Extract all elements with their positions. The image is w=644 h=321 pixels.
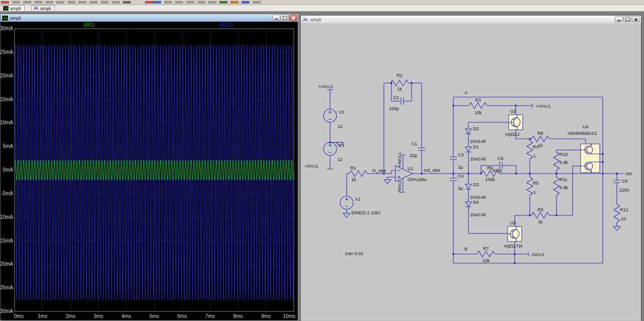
resistor-r2[interactable] [390,80,409,86]
schematic-label[interactable]: 12 [338,157,343,162]
toolbar-icon-fragment[interactable] [164,1,172,4]
schematic-label[interactable]: 1µ [458,165,463,170]
resistor-r4[interactable] [527,141,533,159]
toolbar-icon-fragment[interactable] [208,1,216,4]
schematic-label[interactable]: V3 [339,143,344,148]
schematic-label[interactable]: R2 [396,73,403,78]
schematic-label[interactable]: 1k [538,143,543,148]
schematic-label[interactable]: -AVcc1 [397,180,402,194]
schematic-label[interactable]: mjd117t4 [504,244,522,249]
schematic-label[interactable]: 6.8k [559,185,569,190]
schematic-label[interactable]: V2 [339,110,344,115]
schematic-label[interactable]: R12 [620,207,628,212]
schematic-label[interactable]: SINE(0 2 10K) [351,210,380,215]
schematic-label[interactable]: A [464,90,467,95]
schematic-label[interactable]: D4 [473,200,479,205]
schematic-label[interactable]: +AVcc1 [318,84,334,89]
toolbar-icon-fragment[interactable] [230,1,238,4]
toolbar-icon-fragment[interactable] [145,1,153,4]
schematic-label[interactable]: R11 [559,177,568,182]
maximize-button[interactable] [281,15,289,21]
close-button[interactable] [632,16,640,22]
schematic-label[interactable]: R3 [475,98,481,103]
schematic-label[interactable]: R10 [559,152,568,157]
schematic-label[interactable]: 1N4148 [470,212,486,217]
schematic-label[interactable]: D1 [473,144,479,149]
resistor-r3[interactable] [469,103,487,109]
schematic-window-titlebar[interactable]: ampli [301,16,641,23]
toolbar-icon-fragment[interactable] [67,1,75,4]
legend-label[interactable]: I(R1) [84,22,95,28]
schematic-canvas-area[interactable]: +AVcc1V212V312-AVcc1R11kin_opaV1SINE(0 2… [301,23,640,320]
schematic-label[interactable]: R9 [537,207,543,212]
schematic-label[interactable]: R1 [350,166,356,171]
toolbar-icon-fragment[interactable] [34,1,42,4]
schematic-label[interactable]: OPA166x [408,177,427,182]
schematic-label[interactable]: 220n [619,188,629,193]
toolbar-icon-fragment[interactable] [56,1,64,4]
toolbar-icon-fragment[interactable] [1,1,9,4]
schematic-label[interactable]: -AVcc1 [530,252,544,257]
schematic-label[interactable]: .tran 0.01 [344,251,363,256]
schematic-label[interactable]: V1 [355,197,361,202]
resistor-r10[interactable] [553,152,559,170]
maximize-button[interactable] [623,16,631,22]
schematic-label[interactable]: 6.8k [559,160,569,165]
schematic-label[interactable]: out [625,171,632,176]
schematic-label[interactable]: 10k [482,258,490,263]
tab-waveform-ampli[interactable]: ampli [1,5,25,11]
waveform-canvas[interactable]: 0ms1ms2ms3ms4ms5ms6ms7ms8ms9ms10ms30mA25… [1,22,297,320]
schematic-label[interactable]: 1 [533,153,536,158]
toolbar-icon-fragment[interactable] [45,1,53,4]
schematic-label[interactable]: in_opa [372,168,386,173]
resistor-r11[interactable] [553,177,559,195]
schematic-label[interactable]: 1k [351,177,356,182]
schematic-label[interactable]: U4 [583,124,589,129]
schematic-label[interactable]: +AVcc1 [397,152,402,168]
toolbar-icon-fragment[interactable] [153,1,161,4]
schematic-label[interactable]: 1 [533,190,536,195]
schematic-label[interactable]: U3 [510,220,516,225]
resistor-r1[interactable] [349,171,367,177]
resistor-r5[interactable] [527,177,533,195]
schematic-label[interactable]: 1N4148 [470,139,486,144]
schematic-label[interactable]: D3 [473,182,479,187]
toolbar-icon-fragment[interactable] [242,1,250,4]
resistor-r12[interactable] [614,204,620,222]
schematic-label[interactable]: B [464,247,467,252]
schematic-label[interactable]: C6 [622,179,628,184]
resistor-r7[interactable] [477,251,495,257]
schematic-label[interactable]: D2 [473,126,479,131]
close-button[interactable] [289,15,297,21]
schematic-label[interactable]: C3 [458,152,464,157]
toolbar-icon-fragment[interactable] [123,1,131,4]
schematic-canvas[interactable]: +AVcc1V212V312-AVcc1R11kin_opaV1SINE(0 2… [301,23,640,320]
toolbar-icon-fragment[interactable] [12,1,20,4]
schematic-label[interactable]: 1k [397,87,402,92]
schematic-label[interactable]: 100k [485,177,495,182]
tab-schematic-ampli[interactable]: ampli [31,5,55,11]
toolbar-icon-fragment[interactable] [78,1,87,4]
schematic-label[interactable]: out_opa [424,168,440,173]
minimize-button[interactable] [272,15,280,21]
schematic-label[interactable]: R6 [487,166,493,171]
schematic-label[interactable]: R7 [483,246,489,251]
schematic-label[interactable]: C2 [393,95,399,100]
toolbar-icon-fragment[interactable] [23,1,31,4]
schematic-label[interactable]: C5 [498,156,504,161]
toolbar-icon-fragment[interactable] [186,1,194,4]
toolbar-icon-fragment[interactable] [101,1,109,4]
schematic-label[interactable]: +AVcc1 [535,104,551,109]
resistor-r8[interactable] [531,136,549,142]
schematic-label[interactable]: 100p [389,106,399,111]
u4-package[interactable] [581,144,600,173]
schematic-label[interactable]: R8 [537,131,543,136]
schematic-label[interactable]: -AVcc1 [304,164,318,169]
schematic-label[interactable]: 1k [538,219,543,224]
schematic-label[interactable]: mbt3946dw1t1 [568,131,597,136]
schematic-label[interactable]: mjd112 [505,132,520,137]
schematic-label[interactable]: R5 [533,181,539,186]
schematic-label[interactable]: U1 [408,166,414,171]
waveform-window-titlebar[interactable]: ampli [1,14,298,22]
toolbar-icon-fragment[interactable] [197,1,205,4]
